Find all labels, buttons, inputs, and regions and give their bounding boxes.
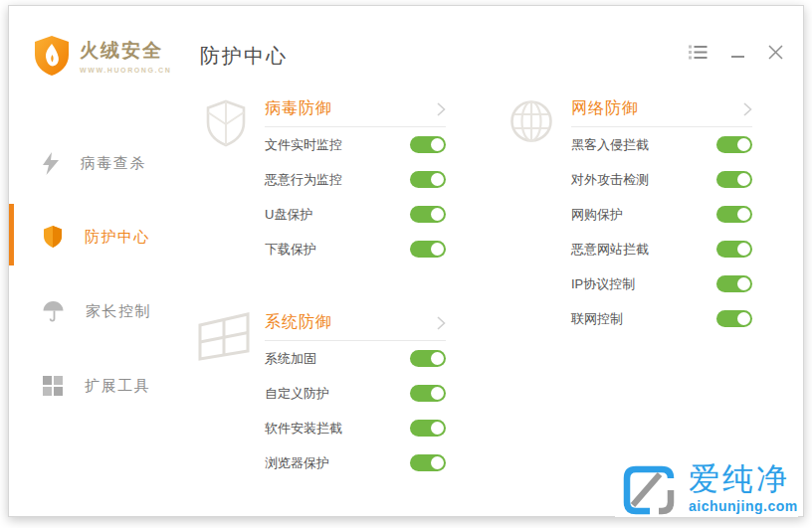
app-logo: 火绒安全 WWW.HUORONG.CN xyxy=(33,35,171,77)
protection-label: 恶意行为监控 xyxy=(265,171,342,189)
section-title: 网络防御 xyxy=(571,98,639,119)
sidebar-item-label: 扩展工具 xyxy=(85,377,150,396)
protection-row: 联网控制 xyxy=(571,301,752,336)
protection-row: 网购保护 xyxy=(571,197,752,232)
protection-label: 恶意网站拦截 xyxy=(571,241,649,259)
toggle-switch[interactable] xyxy=(716,310,752,327)
toggle-switch[interactable] xyxy=(716,241,752,258)
protection-label: 下载保护 xyxy=(265,241,316,259)
toggle-switch[interactable] xyxy=(410,241,446,258)
globe-icon xyxy=(509,99,553,143)
section-system-defense: 系统防御 系统加固 自定义防护 软件安装拦截 xyxy=(265,313,446,480)
sidebar-item-label: 防护中心 xyxy=(85,228,150,247)
watermark-domain: aichunjing.com xyxy=(689,499,798,513)
section-rows: 文件实时监控 恶意行为监控 U盘保护 下载保护 xyxy=(265,127,446,266)
protection-row: 系统加固 xyxy=(265,341,446,376)
brand-site-url: WWW.HUORONG.CN xyxy=(80,67,171,74)
toggle-switch[interactable] xyxy=(716,136,752,153)
menu-icon[interactable] xyxy=(689,45,708,60)
grid-icon xyxy=(43,376,63,396)
protection-row: 恶意网站拦截 xyxy=(571,232,752,266)
protection-label: 软件安装拦截 xyxy=(265,420,342,438)
protection-row: 文件实时监控 xyxy=(265,127,446,162)
protection-row: 恶意行为监控 xyxy=(265,162,446,197)
windows-icon xyxy=(196,311,252,361)
app-window: 火绒安全 WWW.HUORONG.CN 防护中心 xyxy=(8,5,804,517)
protection-label: U盘保护 xyxy=(265,206,312,224)
watermark-text: 爱纯净 aichunjing.com xyxy=(689,461,798,513)
toggle-switch[interactable] xyxy=(410,206,446,223)
protection-label: 黑客入侵拦截 xyxy=(571,136,649,154)
protection-row: 黑客入侵拦截 xyxy=(571,127,752,162)
shield-outline-icon xyxy=(205,99,247,147)
chevron-right-icon xyxy=(437,102,446,116)
protection-row: 下载保护 xyxy=(265,232,446,266)
section-header[interactable]: 系统防御 xyxy=(265,313,446,341)
protection-label: 文件实时监控 xyxy=(265,136,342,154)
section-rows: 系统加固 自定义防护 软件安装拦截 浏览器保护 xyxy=(265,341,446,480)
page-title: 防护中心 xyxy=(200,43,288,70)
toggle-switch[interactable] xyxy=(410,454,446,471)
protection-label: 联网控制 xyxy=(571,310,623,328)
protection-label: IP协议控制 xyxy=(571,275,635,293)
brand-text: 火绒安全 WWW.HUORONG.CN xyxy=(80,38,171,74)
toggle-switch[interactable] xyxy=(716,171,752,188)
section-virus-defense: 病毒防御 文件实时监控 恶意行为监控 U盘保护 xyxy=(265,99,446,266)
huorong-shield-logo-icon xyxy=(33,35,71,77)
sidebar-active-indicator xyxy=(9,204,14,265)
protection-row: 对外攻击检测 xyxy=(571,162,752,197)
chevron-right-icon xyxy=(437,316,446,330)
protection-row: IP协议控制 xyxy=(571,266,752,301)
toggle-switch[interactable] xyxy=(410,171,446,188)
toggle-switch[interactable] xyxy=(410,136,446,153)
section-header[interactable]: 病毒防御 xyxy=(265,99,446,127)
shield-icon xyxy=(43,226,63,248)
protection-label: 自定义防护 xyxy=(265,385,329,403)
protection-row: 自定义防护 xyxy=(265,376,446,411)
protection-label: 系统加固 xyxy=(265,350,316,368)
close-icon[interactable] xyxy=(768,45,783,60)
section-header[interactable]: 网络防御 xyxy=(571,99,752,127)
umbrella-icon xyxy=(43,301,64,322)
minimize-icon[interactable] xyxy=(731,46,744,58)
screenshot-stage: 火绒安全 WWW.HUORONG.CN 防护中心 xyxy=(0,0,812,528)
protection-label: 网购保护 xyxy=(571,206,623,224)
protection-row: 软件安装拦截 xyxy=(265,411,446,445)
section-rows: 黑客入侵拦截 对外攻击检测 网购保护 恶意网站拦截 IP协议控制 xyxy=(571,127,752,336)
window-controls xyxy=(689,42,783,62)
section-network-defense: 网络防御 黑客入侵拦截 对外攻击检测 网购保护 xyxy=(571,99,752,336)
toggle-switch[interactable] xyxy=(410,385,446,402)
protection-row: U盘保护 xyxy=(265,197,446,232)
section-title: 病毒防御 xyxy=(265,98,332,119)
brand-name: 火绒安全 xyxy=(80,38,171,64)
watermark-name: 爱纯净 xyxy=(689,463,798,494)
aichunjing-logo-icon xyxy=(619,461,679,517)
protection-label: 浏览器保护 xyxy=(265,454,329,472)
sidebar-item-virus-scan[interactable]: 病毒查杀 xyxy=(43,148,146,178)
protection-label: 对外攻击检测 xyxy=(571,171,649,189)
sidebar-item-parental-control[interactable]: 家长控制 xyxy=(43,296,151,326)
chevron-right-icon xyxy=(743,102,752,116)
sidebar-item-label: 家长控制 xyxy=(86,302,151,321)
toggle-switch[interactable] xyxy=(716,275,752,292)
site-watermark: 爱纯净 aichunjing.com xyxy=(615,461,798,517)
section-title: 系统防御 xyxy=(265,312,332,333)
lightning-icon xyxy=(43,152,59,175)
sidebar-item-label: 病毒查杀 xyxy=(81,154,146,173)
sidebar-item-protection-center[interactable]: 防护中心 xyxy=(43,222,150,252)
toggle-switch[interactable] xyxy=(410,420,446,437)
toggle-switch[interactable] xyxy=(410,350,446,367)
protection-row: 浏览器保护 xyxy=(265,445,446,480)
toggle-switch[interactable] xyxy=(716,206,752,223)
sidebar-item-extension-tools[interactable]: 扩展工具 xyxy=(43,371,150,401)
